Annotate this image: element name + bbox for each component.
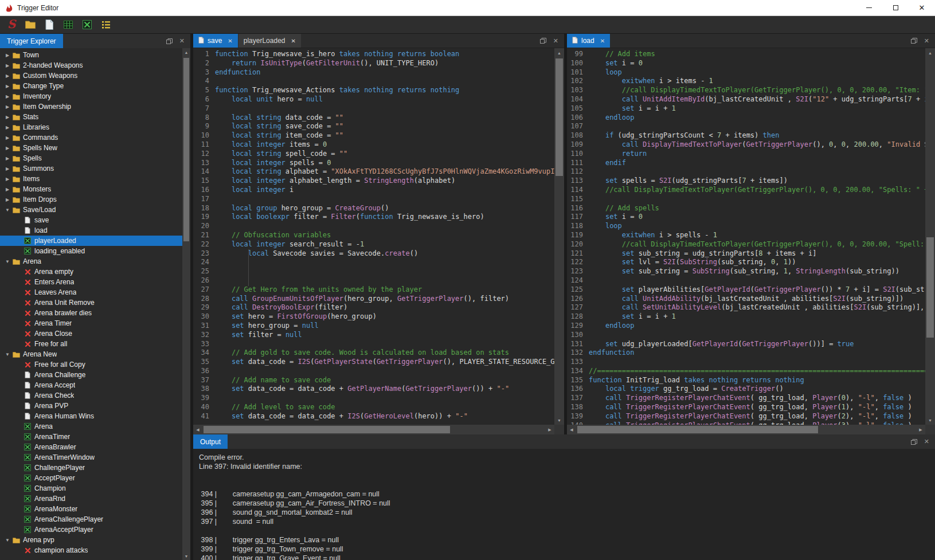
tree-item-arenabrawler[interactable]: ArenaBrawler [0,442,182,452]
scroll-up-icon[interactable]: ▲ [925,48,935,57]
code-line[interactable]: 29 call DestroyBoolExpr(filter) [193,303,554,312]
scroll-right-icon[interactable]: ▶ [916,425,925,434]
code-line[interactable]: 20 [193,222,554,231]
explorer-vertical-scrollbar[interactable]: ▲ ▼ [182,48,190,560]
float-panel-icon[interactable] [540,38,546,44]
scroll-left-icon[interactable]: ◀ [193,425,202,434]
tree-item-town[interactable]: ▶Town [0,50,182,60]
grid-icon[interactable] [61,18,75,32]
scrollbar-thumb[interactable] [577,426,818,433]
code-line[interactable]: 138 call TriggerRegisterPlayerChatEvent(… [567,403,925,412]
minimize-icon[interactable] [856,0,882,15]
chevron-collapsed-icon[interactable]: ▶ [3,146,11,151]
chevron-collapsed-icon[interactable]: ▶ [3,73,11,79]
code-line[interactable]: 40 // Add level to save code [193,403,554,412]
close-icon[interactable]: ✕ [909,0,935,15]
code-line[interactable]: 22 local integer search_result = -1 [193,240,554,249]
tab-output[interactable]: Output [193,434,228,449]
code-line[interactable]: 135function InitTrig_load takes nothing … [567,376,925,385]
close-panel-icon[interactable]: ✕ [924,438,929,445]
tab-save[interactable]: save ✕ [193,34,238,48]
tree-item-arenatimerwindow[interactable]: ArenaTimerWindow [0,452,182,463]
code-line[interactable]: 130 [567,331,925,340]
code-line[interactable]: 132endfunction [567,348,925,358]
close-tab-icon[interactable]: ✕ [600,38,605,44]
float-panel-icon[interactable] [166,38,173,44]
tree-item-arena-brawler-dies[interactable]: Arena brawler dies [0,308,182,318]
horizontal-scrollbar[interactable]: ◀ ▶ [567,425,925,434]
scroll-up-icon[interactable]: ▲ [182,48,190,56]
code-line[interactable]: 109 call DisplayTimedTextToPlayer(GetTri… [567,140,925,150]
code-line[interactable]: 31 set hero_group = null [193,322,554,331]
code-line[interactable]: 116 // Add spells [567,204,925,213]
tree-item-free-for-all[interactable]: Free for all [0,339,182,349]
tree-item-2-handed-weapons[interactable]: ▶2-handed Weapons [0,60,182,71]
scrollbar-thumb[interactable] [183,58,189,241]
code-line[interactable]: 4 [193,77,554,86]
tree-item-arena-pvp[interactable]: ▼Arena pvp [0,535,182,545]
tree-item-save[interactable]: save [0,215,182,225]
code-line[interactable]: 105 set i = i + 1 [567,104,925,113]
code-line[interactable]: 12 local string spell_code = "" [193,150,554,159]
code-line[interactable]: 127 call SetUnitAbilityLevel(bj_lastCrea… [567,303,925,312]
scrollbar-thumb[interactable] [204,426,450,433]
code-line[interactable]: 102 exitwhen i > items - 1 [567,77,925,86]
tree-item-spells-new[interactable]: ▶Spells New [0,143,182,153]
tree-item-arenamonster[interactable]: ArenaMonster [0,504,182,514]
code-line[interactable]: 38 set data_code = data_code + GetPlayer… [193,385,554,394]
chevron-collapsed-icon[interactable]: ▶ [3,53,11,58]
code-line[interactable]: 1function Trig_newsave_is_hero takes not… [193,50,554,59]
tree-item-arena[interactable]: ▼Arena [0,256,182,267]
tree-item-monsters[interactable]: ▶Monsters [0,184,182,194]
code-line[interactable]: 126 call UnitAddAbility(bj_lastCreatedUn… [567,295,925,304]
list-icon[interactable] [99,18,113,32]
code-line[interactable]: 27 // Get Hero from the units owned by t… [193,285,554,295]
code-line[interactable]: 5function Trig_newsave_Actions takes not… [193,86,554,95]
tree-item-loading-enabled[interactable]: loading_enabled [0,246,182,256]
code-line[interactable]: 10 local string item_code = "" [193,131,554,140]
open-folder-icon[interactable] [24,18,37,32]
code-line[interactable]: 3endfunction [193,68,554,77]
code-line[interactable]: 121 set sub_string = udg_stringParts[8 +… [567,249,925,259]
code-line[interactable]: 119 exitwhen i > spells - 1 [567,231,925,240]
code-line[interactable]: 13 local integer spells = 0 [193,159,554,168]
tree-item-commands[interactable]: ▶Commands [0,132,182,143]
chevron-collapsed-icon[interactable]: ▶ [3,166,11,171]
scrollbar-thumb[interactable] [926,237,934,338]
code-line[interactable]: 107 [567,122,925,131]
tree-item-change-type[interactable]: ▶Change Type [0,81,182,91]
close-panel-icon[interactable]: ✕ [179,37,185,45]
tree-item-arena-check[interactable]: Arena Check [0,390,182,401]
scroll-up-icon[interactable]: ▲ [554,48,564,57]
code-line[interactable]: 18 local group hero_group = CreateGroup(… [193,204,554,213]
tree-item-custom-weapons[interactable]: ▶Custom Weapons [0,71,182,81]
tree-item-spells[interactable]: ▶Spells [0,153,182,163]
code-line[interactable]: 14 local string alphabet = "XOkAxFtTYD12… [193,167,554,177]
float-panel-icon[interactable] [911,38,917,44]
code-line[interactable]: 128 set i = i + 1 [567,312,925,322]
tree-item-arena-accept[interactable]: Arena Accept [0,380,182,390]
code-line[interactable]: 23 local Savecode savies = Savecode.crea… [193,249,554,259]
code-line[interactable]: 9 local string save_code = "" [193,122,554,131]
code-line[interactable]: 104 call UnitAddItemById(bj_lastCreatedU… [567,95,925,104]
tree-item-arenatimer[interactable]: ArenaTimer [0,432,182,442]
scroll-down-icon[interactable]: ▼ [182,552,190,560]
tree-item-arena-pvp[interactable]: Arena PVP [0,401,182,411]
tree-item-champion[interactable]: Champion [0,483,182,494]
vertical-scrollbar[interactable]: ▲ ▼ [925,48,935,425]
tree-item-acceptplayer[interactable]: AcceptPlayer [0,473,182,483]
chevron-collapsed-icon[interactable]: ▶ [3,63,11,68]
tree-item-save-load[interactable]: ▼Save/Load [0,205,182,215]
chevron-collapsed-icon[interactable]: ▶ [3,84,11,89]
maximize-icon[interactable] [882,0,909,15]
code-line[interactable]: 36 [193,367,554,376]
chevron-collapsed-icon[interactable]: ▶ [3,115,11,120]
code-line[interactable]: 30 set hero = FirstOfGroup(hero_group) [193,312,554,322]
close-panel-icon[interactable]: ✕ [553,37,558,45]
vertical-scrollbar[interactable]: ▲ ▼ [554,48,564,425]
tree-item-arena-human-wins[interactable]: Arena Human Wins [0,411,182,421]
chevron-collapsed-icon[interactable]: ▶ [3,94,11,99]
code-line[interactable]: 21 // Obfuscation variables [193,231,554,240]
chevron-expanded-icon[interactable]: ▼ [3,207,11,213]
code-line[interactable]: 129 endloop [567,322,925,331]
